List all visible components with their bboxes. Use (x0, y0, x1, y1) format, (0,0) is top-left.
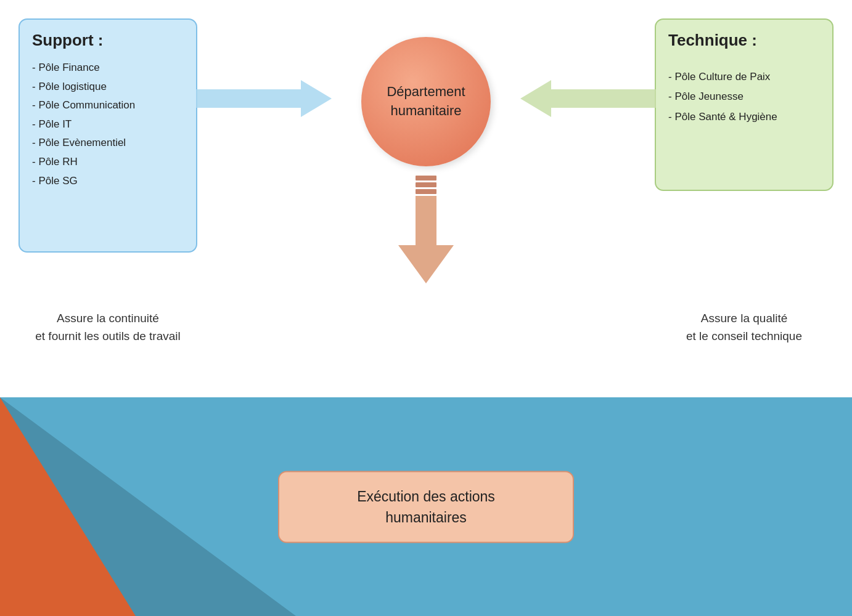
svg-rect-2 (416, 176, 436, 180)
list-item: Pôle RH (32, 153, 184, 172)
label-left: Assure la continuité et fournit les outi… (18, 310, 197, 345)
list-item: Pôle logistique (32, 78, 184, 97)
svg-marker-0 (196, 80, 332, 117)
diagram-area: Support : Pôle Finance Pôle logistique P… (0, 0, 852, 382)
center-text: Département humanitaire (387, 83, 465, 121)
list-item: Pôle Finance (32, 59, 184, 78)
svg-rect-3 (416, 182, 436, 187)
list-item: Pôle SG (32, 172, 184, 191)
svg-rect-5 (416, 196, 436, 245)
bottom-section: Exécution des actions humanitaires (0, 397, 852, 616)
technique-title: Technique : (668, 31, 820, 50)
arrow-down-icon (398, 176, 454, 286)
triangle-orange (0, 397, 136, 616)
arrow-right-icon (520, 80, 656, 117)
support-list: Pôle Finance Pôle logistique Pôle Commun… (32, 59, 184, 190)
support-title: Support : (32, 31, 184, 50)
list-item: Pôle Santé & Hygiène (668, 107, 820, 127)
svg-marker-6 (398, 245, 454, 283)
svg-rect-4 (416, 189, 436, 194)
svg-marker-1 (520, 80, 656, 117)
list-item: Pôle Culture de Paix (668, 67, 820, 87)
list-item: Pôle IT (32, 115, 184, 134)
label-right: Assure la qualité et le conseil techniqu… (655, 310, 834, 345)
list-item: Pôle Jeunesse (668, 87, 820, 107)
list-item: Pôle Evènementiel (32, 134, 184, 153)
technique-box: Technique : Pôle Culture de Paix Pôle Je… (655, 18, 834, 191)
technique-list: Pôle Culture de Paix Pôle Jeunesse Pôle … (668, 67, 820, 127)
list-item: Pôle Communication (32, 96, 184, 115)
center-circle: Département humanitaire (361, 37, 491, 166)
support-box: Support : Pôle Finance Pôle logistique P… (18, 18, 197, 253)
execution-box: Exécution des actions humanitaires (278, 471, 574, 543)
arrow-left-icon (196, 80, 332, 117)
